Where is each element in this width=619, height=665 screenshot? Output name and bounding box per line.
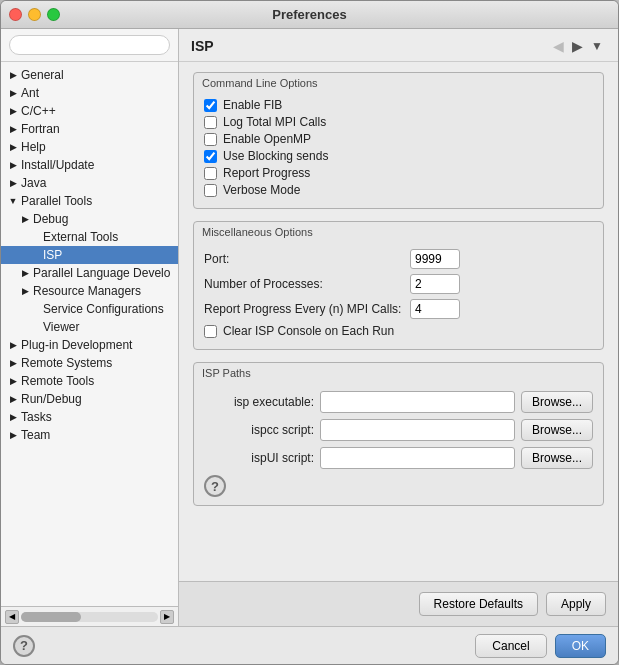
sidebar-item-install[interactable]: ▶ Install/Update xyxy=(1,156,178,174)
report-every-input[interactable] xyxy=(410,299,460,319)
sidebar-item-label: ISP xyxy=(43,248,62,262)
field-row-port: Port: xyxy=(204,249,593,269)
sidebar-item-help[interactable]: ▶ Help xyxy=(1,138,178,156)
field-label-port: Port: xyxy=(204,252,404,266)
sidebar-item-external-tools[interactable]: ▶ External Tools xyxy=(1,228,178,246)
arrow-icon: ▶ xyxy=(7,339,19,351)
restore-defaults-button[interactable]: Restore Defaults xyxy=(419,592,538,616)
checkbox-label-log-mpi: Log Total MPI Calls xyxy=(223,115,326,129)
sidebar-item-label: Java xyxy=(21,176,46,190)
sidebar-item-label: Install/Update xyxy=(21,158,94,172)
sidebar-item-general[interactable]: ▶ General xyxy=(1,66,178,84)
sidebar-item-run-debug[interactable]: ▶ Run/Debug xyxy=(1,390,178,408)
sidebar-item-remote-tools[interactable]: ▶ Remote Tools xyxy=(1,372,178,390)
sidebar-item-resource-managers[interactable]: ▶ Resource Managers xyxy=(1,282,178,300)
checkbox-label-enable-openmp: Enable OpenMP xyxy=(223,132,311,146)
command-line-section: Command Line Options Enable FIB Log Tota… xyxy=(193,72,604,209)
field-row-num-processes: Number of Processes: xyxy=(204,274,593,294)
close-button[interactable] xyxy=(9,8,22,21)
search-input[interactable] xyxy=(9,35,170,55)
checkbox-use-blocking[interactable] xyxy=(204,150,217,163)
browse-ispcc-script-button[interactable]: Browse... xyxy=(521,419,593,441)
ispui-script-input[interactable] xyxy=(320,447,515,469)
isp-paths-title: ISP Paths xyxy=(194,363,603,381)
field-label-num-processes: Number of Processes: xyxy=(204,277,404,291)
nav-forward-button[interactable]: ▶ xyxy=(569,37,586,55)
maximize-button[interactable] xyxy=(47,8,60,21)
checkbox-log-mpi[interactable] xyxy=(204,116,217,129)
main-header: ISP ◀ ▶ ▼ xyxy=(179,29,618,62)
sidebar-item-fortran[interactable]: ▶ Fortran xyxy=(1,120,178,138)
sidebar-item-remote-systems[interactable]: ▶ Remote Systems xyxy=(1,354,178,372)
help-section-button[interactable]: ? xyxy=(204,475,226,497)
sidebar-item-ant[interactable]: ▶ Ant xyxy=(1,84,178,102)
sidebar-item-label: Parallel Tools xyxy=(21,194,92,208)
command-line-title: Command Line Options xyxy=(194,73,603,91)
path-row-isp-executable: isp executable: Browse... xyxy=(204,391,593,413)
nav-dropdown-button[interactable]: ▼ xyxy=(588,38,606,54)
sidebar-item-parallel-tools[interactable]: ▼ Parallel Tools xyxy=(1,192,178,210)
command-line-body: Enable FIB Log Total MPI Calls Enable Op… xyxy=(194,91,603,208)
ispcc-script-input[interactable] xyxy=(320,419,515,441)
sidebar-item-parallel-lang[interactable]: ▶ Parallel Language Develo xyxy=(1,264,178,282)
sidebar-item-label: Plug-in Development xyxy=(21,338,132,352)
sidebar-item-debug[interactable]: ▶ Debug xyxy=(1,210,178,228)
checkbox-label-report-progress: Report Progress xyxy=(223,166,310,180)
arrow-icon: ▶ xyxy=(7,357,19,369)
sidebar-item-viewer[interactable]: ▶ Viewer xyxy=(1,318,178,336)
ok-button[interactable]: OK xyxy=(555,634,606,658)
sidebar-item-cpp[interactable]: ▶ C/C++ xyxy=(1,102,178,120)
titlebar: Preferences xyxy=(1,1,618,29)
nav-arrows: ◀ ▶ ▼ xyxy=(550,37,606,55)
sidebar-item-label: Run/Debug xyxy=(21,392,82,406)
sidebar-item-label: Ant xyxy=(21,86,39,100)
apply-button[interactable]: Apply xyxy=(546,592,606,616)
sidebar-item-plugin-dev[interactable]: ▶ Plug-in Development xyxy=(1,336,178,354)
scroll-left-button[interactable]: ◀ xyxy=(5,610,19,624)
checkbox-verbose[interactable] xyxy=(204,184,217,197)
checkbox-row-log-mpi: Log Total MPI Calls xyxy=(204,115,593,129)
arrow-icon: ▶ xyxy=(7,87,19,99)
checkbox-label-verbose: Verbose Mode xyxy=(223,183,300,197)
checkbox-label-clear-console: Clear ISP Console on Each Run xyxy=(223,324,394,338)
checkbox-enable-openmp[interactable] xyxy=(204,133,217,146)
arrow-icon: ▶ xyxy=(19,285,31,297)
browse-isp-executable-button[interactable]: Browse... xyxy=(521,391,593,413)
isp-executable-input[interactable] xyxy=(320,391,515,413)
sidebar-item-java[interactable]: ▶ Java xyxy=(1,174,178,192)
nav-back-button[interactable]: ◀ xyxy=(550,37,567,55)
arrow-icon: ▶ xyxy=(7,177,19,189)
content-area: ▶ General ▶ Ant ▶ C/C++ ▶ Fortran xyxy=(1,29,618,626)
sidebar-item-label: Parallel Language Develo xyxy=(33,266,170,280)
restore-apply-bar: Restore Defaults Apply xyxy=(179,581,618,626)
arrow-icon: ▶ xyxy=(7,69,19,81)
footer-bar: ? Cancel OK xyxy=(1,626,618,664)
traffic-lights xyxy=(9,8,60,21)
arrow-icon: ▶ xyxy=(7,429,19,441)
sidebar-item-label: Tasks xyxy=(21,410,52,424)
scrollbar-track[interactable] xyxy=(21,612,158,622)
num-processes-input[interactable] xyxy=(410,274,460,294)
isp-paths-body: isp executable: Browse... ispcc script: … xyxy=(194,381,603,505)
checkbox-enable-fib[interactable] xyxy=(204,99,217,112)
checkbox-report-progress[interactable] xyxy=(204,167,217,180)
checkbox-row-clear-console: Clear ISP Console on Each Run xyxy=(204,324,593,338)
sidebar-item-label: Help xyxy=(21,140,46,154)
sidebar-item-isp[interactable]: ▶ ISP xyxy=(1,246,178,264)
checkbox-clear-console[interactable] xyxy=(204,325,217,338)
port-input[interactable] xyxy=(410,249,460,269)
isp-paths-section: ISP Paths isp executable: Browse... ispc… xyxy=(193,362,604,506)
path-label-ispcc-script: ispcc script: xyxy=(204,423,314,437)
cancel-button[interactable]: Cancel xyxy=(475,634,546,658)
arrow-icon: ▶ xyxy=(19,267,31,279)
sidebar-item-tasks[interactable]: ▶ Tasks xyxy=(1,408,178,426)
arrow-icon: ▶ xyxy=(7,375,19,387)
checkbox-row-verbose: Verbose Mode xyxy=(204,183,593,197)
sidebar-search-area xyxy=(1,29,178,62)
sidebar-item-service-config[interactable]: ▶ Service Configurations xyxy=(1,300,178,318)
sidebar-item-team[interactable]: ▶ Team xyxy=(1,426,178,444)
scroll-right-button[interactable]: ▶ xyxy=(160,610,174,624)
minimize-button[interactable] xyxy=(28,8,41,21)
browse-ispui-script-button[interactable]: Browse... xyxy=(521,447,593,469)
help-footer-button[interactable]: ? xyxy=(13,635,35,657)
